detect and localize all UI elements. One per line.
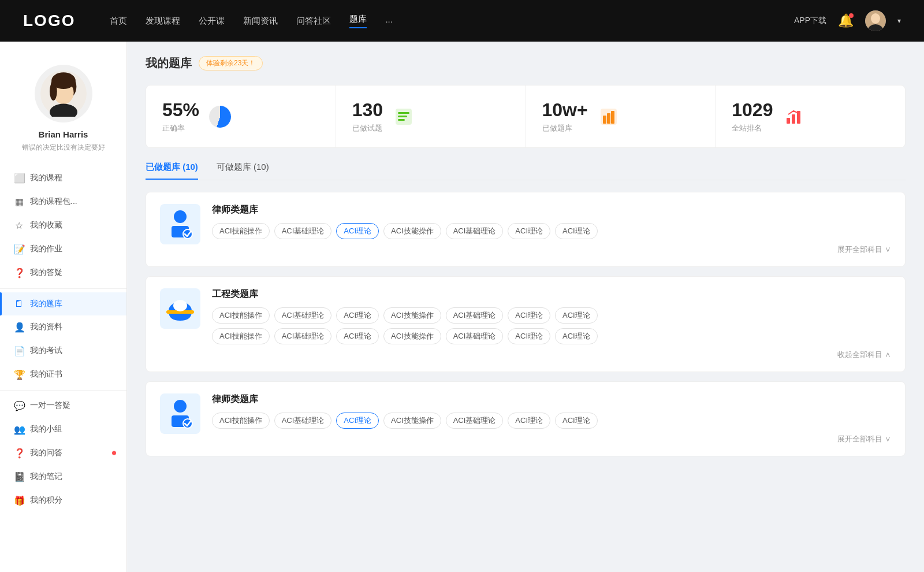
tag-item[interactable]: ACI技能操作 — [212, 307, 270, 324]
menu-my-qa[interactable]: ❓ 我的问答 — [0, 441, 126, 465]
nav-news[interactable]: 新闻资讯 — [243, 16, 278, 27]
stat-done-banks-value: 10w+ — [542, 99, 588, 121]
svg-point-25 — [173, 300, 187, 311]
tag-item[interactable]: ACI理论 — [508, 223, 550, 239]
divider-2 — [0, 390, 126, 391]
tag-item[interactable]: ACI基础理论 — [446, 413, 504, 429]
tag-item[interactable]: ACI技能操作 — [383, 413, 441, 429]
package-icon: ▦ — [14, 196, 24, 207]
svg-rect-18 — [792, 114, 795, 124]
page-layout: Brian Harris 错误的决定比没有决定要好 ⬜ 我的课程 ▦ 我的课程包… — [0, 42, 924, 572]
menu-points-label: 我的积分 — [30, 495, 62, 506]
menu-homework-label: 我的作业 — [30, 244, 62, 254]
menu-my-course-label: 我的课程 — [30, 173, 62, 183]
svg-rect-12 — [398, 119, 405, 121]
tabs-bar: 已做题库 (10) 可做题库 (10) — [146, 162, 906, 180]
ranking-icon — [782, 105, 805, 128]
cat-lawyer-2-footer: 展开全部科目 ∨ — [212, 433, 891, 444]
tag-item[interactable]: ACI基础理论 — [274, 307, 332, 324]
menu-favorites-label: 我的收藏 — [30, 220, 62, 231]
tag-item[interactable]: ACI理论 — [336, 328, 379, 344]
tag-item[interactable]: ACI理论 — [555, 413, 598, 429]
tag-item[interactable]: ACI技能操作 — [383, 328, 441, 344]
menu-groups[interactable]: 👥 我的小组 — [0, 418, 126, 441]
tag-item[interactable]: ACI理论 — [508, 307, 550, 324]
nav-home[interactable]: 首页 — [110, 16, 127, 27]
tag-item[interactable]: ACI理论 — [508, 328, 550, 344]
tag-item[interactable]: ACI基础理论 — [446, 307, 504, 324]
nav-more[interactable]: ··· — [385, 16, 393, 26]
sidebar-avatar — [35, 65, 92, 122]
tag-item[interactable]: ACI基础理论 — [446, 223, 504, 239]
svg-rect-16 — [611, 111, 614, 124]
menu-quiz-bank[interactable]: 🗒 我的题库 — [0, 292, 126, 315]
menu-1on1[interactable]: 💬 一对一答疑 — [0, 394, 126, 418]
svg-rect-14 — [603, 116, 606, 124]
svg-point-1 — [871, 13, 880, 24]
user-avatar[interactable] — [865, 10, 886, 31]
stat-accuracy: 55% 正确率 — [146, 86, 336, 147]
stat-done-banks-label: 已做题库 — [542, 123, 588, 133]
tag-item[interactable]: ACI理论 — [555, 307, 598, 324]
user-profile: Brian Harris 错误的决定比没有决定要好 — [0, 53, 126, 162]
tag-item[interactable]: ACI技能操作 — [383, 223, 441, 239]
menu-my-course[interactable]: ⬜ 我的课程 — [0, 166, 126, 190]
tag-item[interactable]: ACI技能操作 — [383, 307, 441, 324]
logo[interactable]: LOGO — [23, 12, 75, 30]
collapse-engineer-link[interactable]: 收起全部科目 ∧ — [837, 350, 891, 359]
menu-notes[interactable]: 📓 我的笔记 — [0, 465, 126, 489]
nav-qa[interactable]: 问答社区 — [296, 16, 331, 27]
tag-item[interactable]: ACI理论 — [555, 223, 598, 239]
stat-accuracy-label: 正确率 — [162, 123, 199, 133]
app-download-button[interactable]: APP下载 — [794, 16, 826, 26]
svg-rect-11 — [398, 116, 407, 117]
tag-item-active[interactable]: ACI理论 — [336, 223, 379, 239]
menu-favorites[interactable]: ☆ 我的收藏 — [0, 214, 126, 237]
stat-ranking: 1029 全站排名 — [716, 86, 905, 147]
expand-lawyer-2-link[interactable]: 展开全部科目 ∨ — [837, 434, 891, 443]
cat-lawyer-1-title: 律师类题库 — [212, 204, 891, 216]
tab-available[interactable]: 可做题库 (10) — [217, 162, 269, 180]
tag-item-active[interactable]: ACI理论 — [336, 413, 379, 429]
tag-item[interactable]: ACI技能操作 — [212, 223, 270, 239]
tag-item[interactable]: ACI理论 — [508, 413, 550, 429]
qa-icon: ❓ — [14, 448, 24, 459]
menu-profile[interactable]: 👤 我的资料 — [0, 315, 126, 339]
tag-item[interactable]: ACI基础理论 — [446, 328, 504, 344]
stat-ranking-value: 1029 — [732, 99, 773, 121]
chat-icon: 💬 — [14, 400, 24, 411]
question-icon: ❓ — [14, 268, 24, 278]
page-title: 我的题库 — [146, 55, 192, 71]
tab-done[interactable]: 已做题库 (10) — [146, 162, 198, 180]
stat-accuracy-text: 55% 正确率 — [162, 99, 199, 133]
menu-points[interactable]: 🎁 我的积分 — [0, 489, 126, 512]
tag-item[interactable]: ACI理论 — [555, 328, 598, 344]
menu-questions[interactable]: ❓ 我的答疑 — [0, 261, 126, 285]
menu-course-package-label: 我的课程包... — [30, 196, 77, 207]
tag-item[interactable]: ACI技能操作 — [212, 328, 270, 344]
nav-discover[interactable]: 发现课程 — [146, 16, 180, 27]
nav-quiz[interactable]: 题库 — [349, 14, 367, 28]
category-card-lawyer-2: 律师类题库 ACI技能操作 ACI基础理论 ACI理论 ACI技能操作 ACI基… — [146, 381, 906, 456]
stat-accuracy-value: 55% — [162, 99, 199, 121]
course-icon: ⬜ — [14, 173, 24, 184]
lawyer-icon-wrap — [160, 204, 200, 244]
menu-homework[interactable]: 📝 我的作业 — [0, 237, 126, 261]
tag-item[interactable]: ACI技能操作 — [212, 413, 270, 429]
svg-rect-17 — [787, 118, 790, 124]
expand-lawyer-1-link[interactable]: 展开全部科目 ∨ — [837, 245, 891, 254]
tag-item[interactable]: ACI基础理论 — [274, 328, 332, 344]
menu-exams[interactable]: 📄 我的考试 — [0, 339, 126, 363]
tag-item[interactable]: ACI基础理论 — [274, 413, 332, 429]
menu-course-package[interactable]: ▦ 我的课程包... — [0, 190, 126, 214]
tag-item[interactable]: ACI理论 — [336, 307, 379, 324]
accuracy-icon — [208, 105, 232, 128]
tag-item[interactable]: ACI基础理论 — [274, 223, 332, 239]
nav-right: APP下载 🔔 ▾ — [794, 10, 901, 31]
nav-open-course[interactable]: 公开课 — [199, 16, 225, 27]
stat-done-questions-text: 130 已做试题 — [352, 99, 383, 133]
menu-certificates[interactable]: 🏆 我的证书 — [0, 363, 126, 387]
user-menu-chevron[interactable]: ▾ — [897, 17, 901, 25]
notification-bell[interactable]: 🔔 — [838, 13, 854, 28]
svg-point-26 — [174, 400, 187, 413]
